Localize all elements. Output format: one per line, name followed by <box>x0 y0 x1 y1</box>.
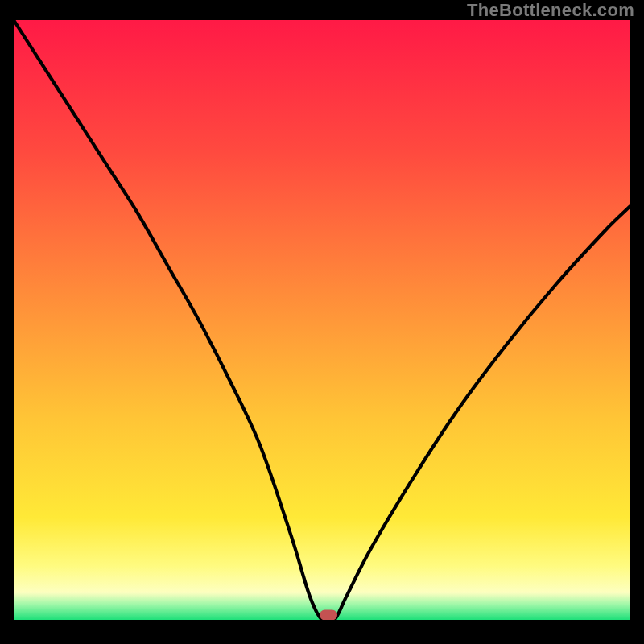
plot-area <box>14 20 630 620</box>
curve-svg <box>14 20 630 620</box>
watermark-text: TheBottleneck.com <box>467 0 634 21</box>
bottleneck-curve <box>14 20 630 620</box>
bottleneck-marker <box>320 610 337 620</box>
chart-frame: TheBottleneck.com <box>0 0 644 644</box>
